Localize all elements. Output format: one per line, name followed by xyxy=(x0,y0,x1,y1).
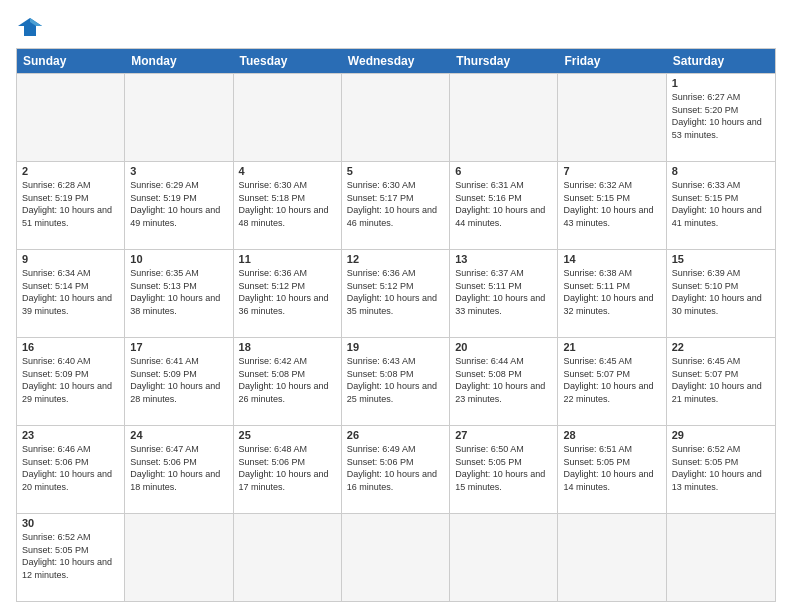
day-number: 23 xyxy=(22,429,119,441)
calendar-cell: 2Sunrise: 6:28 AM Sunset: 5:19 PM Daylig… xyxy=(17,162,125,249)
day-number: 27 xyxy=(455,429,552,441)
day-info: Sunrise: 6:34 AM Sunset: 5:14 PM Dayligh… xyxy=(22,267,119,317)
calendar-cell xyxy=(17,74,125,161)
day-info: Sunrise: 6:50 AM Sunset: 5:05 PM Dayligh… xyxy=(455,443,552,493)
day-number: 7 xyxy=(563,165,660,177)
day-info: Sunrise: 6:41 AM Sunset: 5:09 PM Dayligh… xyxy=(130,355,227,405)
day-number: 18 xyxy=(239,341,336,353)
calendar-cell: 28Sunrise: 6:51 AM Sunset: 5:05 PM Dayli… xyxy=(558,426,666,513)
day-info: Sunrise: 6:43 AM Sunset: 5:08 PM Dayligh… xyxy=(347,355,444,405)
day-info: Sunrise: 6:48 AM Sunset: 5:06 PM Dayligh… xyxy=(239,443,336,493)
calendar-cell xyxy=(342,514,450,601)
day-of-week-header: Tuesday xyxy=(234,49,342,73)
day-info: Sunrise: 6:51 AM Sunset: 5:05 PM Dayligh… xyxy=(563,443,660,493)
day-number: 4 xyxy=(239,165,336,177)
day-info: Sunrise: 6:36 AM Sunset: 5:12 PM Dayligh… xyxy=(347,267,444,317)
calendar-cell: 17Sunrise: 6:41 AM Sunset: 5:09 PM Dayli… xyxy=(125,338,233,425)
day-info: Sunrise: 6:27 AM Sunset: 5:20 PM Dayligh… xyxy=(672,91,770,141)
calendar-cell xyxy=(125,514,233,601)
day-info: Sunrise: 6:28 AM Sunset: 5:19 PM Dayligh… xyxy=(22,179,119,229)
calendar-cell xyxy=(667,514,775,601)
calendar-cell xyxy=(450,514,558,601)
day-info: Sunrise: 6:29 AM Sunset: 5:19 PM Dayligh… xyxy=(130,179,227,229)
calendar-cell: 26Sunrise: 6:49 AM Sunset: 5:06 PM Dayli… xyxy=(342,426,450,513)
day-of-week-header: Saturday xyxy=(667,49,775,73)
day-number: 9 xyxy=(22,253,119,265)
day-number: 13 xyxy=(455,253,552,265)
calendar-cell: 22Sunrise: 6:45 AM Sunset: 5:07 PM Dayli… xyxy=(667,338,775,425)
day-number: 24 xyxy=(130,429,227,441)
calendar-cell: 11Sunrise: 6:36 AM Sunset: 5:12 PM Dayli… xyxy=(234,250,342,337)
calendar-cell xyxy=(125,74,233,161)
day-number: 2 xyxy=(22,165,119,177)
calendar-cell: 4Sunrise: 6:30 AM Sunset: 5:18 PM Daylig… xyxy=(234,162,342,249)
calendar-cell: 25Sunrise: 6:48 AM Sunset: 5:06 PM Dayli… xyxy=(234,426,342,513)
calendar-cell: 19Sunrise: 6:43 AM Sunset: 5:08 PM Dayli… xyxy=(342,338,450,425)
calendar-cell: 1Sunrise: 6:27 AM Sunset: 5:20 PM Daylig… xyxy=(667,74,775,161)
calendar-cell: 24Sunrise: 6:47 AM Sunset: 5:06 PM Dayli… xyxy=(125,426,233,513)
calendar-row: 2Sunrise: 6:28 AM Sunset: 5:19 PM Daylig… xyxy=(17,161,775,249)
day-number: 22 xyxy=(672,341,770,353)
day-number: 8 xyxy=(672,165,770,177)
calendar-cell xyxy=(234,514,342,601)
calendar-cell: 12Sunrise: 6:36 AM Sunset: 5:12 PM Dayli… xyxy=(342,250,450,337)
day-info: Sunrise: 6:36 AM Sunset: 5:12 PM Dayligh… xyxy=(239,267,336,317)
day-of-week-header: Monday xyxy=(125,49,233,73)
calendar-row: 9Sunrise: 6:34 AM Sunset: 5:14 PM Daylig… xyxy=(17,249,775,337)
day-number: 20 xyxy=(455,341,552,353)
calendar-cell: 20Sunrise: 6:44 AM Sunset: 5:08 PM Dayli… xyxy=(450,338,558,425)
day-number: 6 xyxy=(455,165,552,177)
day-of-week-header: Friday xyxy=(558,49,666,73)
day-info: Sunrise: 6:30 AM Sunset: 5:17 PM Dayligh… xyxy=(347,179,444,229)
calendar-cell xyxy=(234,74,342,161)
day-number: 19 xyxy=(347,341,444,353)
header xyxy=(16,16,776,38)
day-info: Sunrise: 6:47 AM Sunset: 5:06 PM Dayligh… xyxy=(130,443,227,493)
calendar-row: 1Sunrise: 6:27 AM Sunset: 5:20 PM Daylig… xyxy=(17,73,775,161)
day-info: Sunrise: 6:33 AM Sunset: 5:15 PM Dayligh… xyxy=(672,179,770,229)
day-number: 16 xyxy=(22,341,119,353)
day-info: Sunrise: 6:32 AM Sunset: 5:15 PM Dayligh… xyxy=(563,179,660,229)
calendar-cell: 13Sunrise: 6:37 AM Sunset: 5:11 PM Dayli… xyxy=(450,250,558,337)
calendar-cell: 3Sunrise: 6:29 AM Sunset: 5:19 PM Daylig… xyxy=(125,162,233,249)
calendar-cell xyxy=(558,74,666,161)
calendar-cell: 27Sunrise: 6:50 AM Sunset: 5:05 PM Dayli… xyxy=(450,426,558,513)
calendar: SundayMondayTuesdayWednesdayThursdayFrid… xyxy=(16,48,776,602)
day-info: Sunrise: 6:38 AM Sunset: 5:11 PM Dayligh… xyxy=(563,267,660,317)
day-number: 21 xyxy=(563,341,660,353)
day-number: 3 xyxy=(130,165,227,177)
logo xyxy=(16,16,48,38)
calendar-cell: 30Sunrise: 6:52 AM Sunset: 5:05 PM Dayli… xyxy=(17,514,125,601)
day-info: Sunrise: 6:52 AM Sunset: 5:05 PM Dayligh… xyxy=(22,531,119,581)
day-number: 26 xyxy=(347,429,444,441)
day-number: 17 xyxy=(130,341,227,353)
day-info: Sunrise: 6:52 AM Sunset: 5:05 PM Dayligh… xyxy=(672,443,770,493)
calendar-cell: 7Sunrise: 6:32 AM Sunset: 5:15 PM Daylig… xyxy=(558,162,666,249)
day-info: Sunrise: 6:45 AM Sunset: 5:07 PM Dayligh… xyxy=(672,355,770,405)
day-info: Sunrise: 6:44 AM Sunset: 5:08 PM Dayligh… xyxy=(455,355,552,405)
day-info: Sunrise: 6:49 AM Sunset: 5:06 PM Dayligh… xyxy=(347,443,444,493)
day-of-week-header: Wednesday xyxy=(342,49,450,73)
calendar-body: 1Sunrise: 6:27 AM Sunset: 5:20 PM Daylig… xyxy=(17,73,775,601)
day-info: Sunrise: 6:42 AM Sunset: 5:08 PM Dayligh… xyxy=(239,355,336,405)
calendar-cell: 21Sunrise: 6:45 AM Sunset: 5:07 PM Dayli… xyxy=(558,338,666,425)
day-of-week-header: Thursday xyxy=(450,49,558,73)
day-info: Sunrise: 6:39 AM Sunset: 5:10 PM Dayligh… xyxy=(672,267,770,317)
day-number: 12 xyxy=(347,253,444,265)
day-info: Sunrise: 6:37 AM Sunset: 5:11 PM Dayligh… xyxy=(455,267,552,317)
day-info: Sunrise: 6:40 AM Sunset: 5:09 PM Dayligh… xyxy=(22,355,119,405)
day-number: 28 xyxy=(563,429,660,441)
day-number: 5 xyxy=(347,165,444,177)
day-number: 11 xyxy=(239,253,336,265)
day-info: Sunrise: 6:30 AM Sunset: 5:18 PM Dayligh… xyxy=(239,179,336,229)
day-number: 15 xyxy=(672,253,770,265)
day-number: 25 xyxy=(239,429,336,441)
day-info: Sunrise: 6:35 AM Sunset: 5:13 PM Dayligh… xyxy=(130,267,227,317)
calendar-cell: 6Sunrise: 6:31 AM Sunset: 5:16 PM Daylig… xyxy=(450,162,558,249)
calendar-row: 16Sunrise: 6:40 AM Sunset: 5:09 PM Dayli… xyxy=(17,337,775,425)
page: SundayMondayTuesdayWednesdayThursdayFrid… xyxy=(0,0,792,612)
day-of-week-header: Sunday xyxy=(17,49,125,73)
calendar-cell xyxy=(342,74,450,161)
day-number: 1 xyxy=(672,77,770,89)
day-number: 10 xyxy=(130,253,227,265)
